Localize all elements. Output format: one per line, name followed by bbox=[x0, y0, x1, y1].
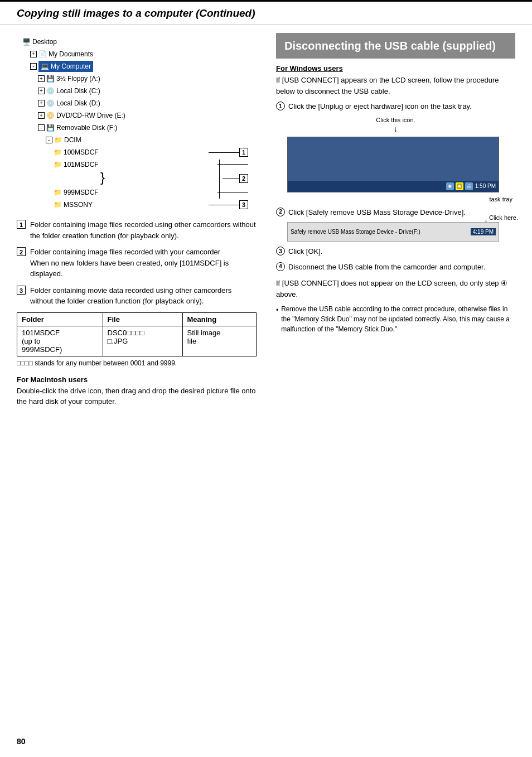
step-2: 2 Click [Safely remove USB Mass Storage … bbox=[276, 207, 515, 218]
bullet-note-text: Remove the USB cable according to the co… bbox=[281, 304, 515, 334]
diskd-icon: 💿 bbox=[46, 98, 55, 109]
page-container: Copying still images to a computer (Cont… bbox=[0, 0, 532, 757]
desc-item-3: 3 Folder containing movie data recorded … bbox=[17, 285, 257, 307]
tree-item-101msdcf: 📁 101MSDCF bbox=[22, 158, 251, 171]
screenshot1-container: Click this icon. ↓ ◉ ⏏ 🖨 1:50 PM bbox=[276, 117, 515, 202]
table-cell-meaning: Still imagefile bbox=[182, 326, 256, 356]
mac-section: For Macintosh users Double-click the dri… bbox=[17, 375, 257, 407]
mycomputer-icon: 💻 bbox=[41, 61, 49, 72]
bracket-h1 bbox=[217, 164, 248, 165]
expand-diskc[interactable]: + bbox=[38, 88, 45, 94]
removable-icon: 💾 bbox=[46, 122, 55, 133]
tree-item-101msdcf-row: 📁 101MSDCF bbox=[22, 158, 251, 171]
lcd-note: If [USB CONNECT] does not appear on the … bbox=[276, 278, 515, 300]
tree-item-diskc: + 💿 Local Disk (C:) bbox=[22, 85, 251, 97]
mydocs-icon: 📄 bbox=[38, 49, 47, 60]
arrow-down-1: ↓ bbox=[276, 124, 515, 133]
tray-icon-1: ◉ bbox=[446, 182, 454, 190]
brace-row: } 2 bbox=[22, 171, 251, 186]
step-1-text: Click the [Unplug or eject hardware] ico… bbox=[288, 101, 472, 112]
dvd-icon: 📀 bbox=[46, 110, 55, 121]
page-header: Copying still images to a computer (Cont… bbox=[0, 2, 532, 25]
step-circle-3: 3 bbox=[276, 247, 285, 255]
taskbar-icons: ◉ ⏏ 🖨 bbox=[446, 182, 473, 190]
folder999-icon: 📁 bbox=[54, 187, 62, 198]
table-note: □□□□ stands for any number between 0001 … bbox=[17, 359, 257, 367]
brace-symbol: } bbox=[100, 171, 105, 184]
tree-item-dcim: - 📁 DCIM bbox=[22, 134, 251, 146]
step-1: 1 Click the [Unplug or eject hardware] i… bbox=[276, 101, 515, 112]
tree-item-999msdcf-row: 📁 999MSDCF bbox=[22, 186, 251, 199]
table-header-meaning: Meaning bbox=[182, 312, 256, 326]
screenshot2-text: Safely remove USB Mass Storage Device - … bbox=[291, 229, 468, 235]
content-area: 🖥️ Desktop + 📄 My Documents - 💻 My Compu… bbox=[0, 25, 532, 407]
step-circle-2: 2 bbox=[276, 208, 285, 216]
table-cell-file: DSC0□□□□□.JPG bbox=[103, 326, 182, 356]
expand-floppy[interactable]: + bbox=[38, 75, 45, 82]
callout-line1 bbox=[209, 152, 239, 153]
tree-item-999msdcf: 📁 999MSDCF bbox=[22, 186, 251, 199]
badge3-callout: 3 bbox=[209, 200, 248, 209]
expand-mydocs[interactable]: + bbox=[30, 51, 37, 57]
expand-diskd[interactable]: + bbox=[38, 100, 45, 107]
tree-item-removable: - 💾 Removable Disk (F:) bbox=[22, 122, 251, 134]
windows-intro: If [USB CONNECT] appears on the LCD scre… bbox=[276, 75, 515, 97]
table-row: 101MSDCF(up to999MSDCF) DSC0□□□□□.JPG St… bbox=[17, 326, 257, 356]
badge2-bottom-callout bbox=[217, 192, 248, 193]
bracket2-top bbox=[217, 158, 248, 165]
tray-icon-3: 🖨 bbox=[465, 182, 473, 190]
bullet-note: • Remove the USB cable according to the … bbox=[276, 304, 515, 334]
step-circle-4: 4 bbox=[276, 262, 285, 271]
step-3-text: Click [OK]. bbox=[288, 246, 322, 257]
badge2-callout: 2 bbox=[223, 174, 248, 183]
expand-dcim[interactable]: - bbox=[46, 137, 52, 143]
expand-removable[interactable]: - bbox=[38, 124, 45, 131]
callout-line3 bbox=[209, 205, 239, 205]
page-title: Copying still images to a computer (Cont… bbox=[17, 7, 515, 20]
screenshot1-mock: ◉ ⏏ 🖨 1:50 PM bbox=[287, 137, 499, 192]
screenshot1-time: 1:50 PM bbox=[475, 183, 496, 189]
folder100-icon: 📁 bbox=[54, 147, 62, 158]
screenshot2-wrapper: Click here. ↓ Safely remove USB Mass Sto… bbox=[276, 222, 515, 242]
step-4: 4 Disconnect the USB cable from the camc… bbox=[276, 262, 515, 273]
task-tray-label: task tray bbox=[276, 196, 512, 202]
callout-line2b bbox=[217, 192, 248, 193]
table-header-folder: Folder bbox=[17, 312, 103, 326]
tree-item-diskd: + 💿 Local Disk (D:) bbox=[22, 97, 251, 109]
tree-item-floppy: + 💾 3½ Floppy (A:) bbox=[22, 73, 251, 85]
expand-mycomputer[interactable]: - bbox=[30, 63, 37, 70]
screenshot2-container: Click here. ↓ Safely remove USB Mass Sto… bbox=[276, 222, 515, 242]
diskc-icon: 💿 bbox=[46, 85, 55, 97]
step-circle-1: 1 bbox=[276, 102, 285, 110]
file-tree: 🖥️ Desktop + 📄 My Documents - 💻 My Compu… bbox=[17, 33, 257, 214]
callout-line2a bbox=[223, 179, 239, 179]
screenshot2-mock: Safely remove USB Mass Storage Device - … bbox=[287, 222, 499, 242]
tree-item-100msdcf-row: 📁 100MSDCF 1 bbox=[22, 146, 251, 158]
tree-item-mssony-row: 📁 MSSONY 3 bbox=[22, 199, 251, 211]
descriptions: 1 Folder containing image files recorded… bbox=[17, 219, 257, 307]
usb-section-header: Disconnecting the USB cable (supplied) bbox=[276, 33, 515, 59]
tree-item-desktop: 🖥️ Desktop bbox=[22, 36, 251, 48]
dcim-icon: 📁 bbox=[54, 134, 62, 146]
step-3: 3 Click [OK]. bbox=[276, 246, 515, 257]
mycomputer-highlight: 💻 My Computer bbox=[38, 61, 93, 72]
left-column: 🖥️ Desktop + 📄 My Documents - 💻 My Compu… bbox=[17, 25, 257, 407]
folder101-icon: 📁 bbox=[54, 159, 62, 170]
right-col-inner: Disconnecting the USB cable (supplied) F… bbox=[268, 33, 515, 334]
expand-dvd[interactable]: + bbox=[38, 112, 45, 119]
floppy-icon: 💾 bbox=[46, 73, 55, 84]
badge-1: 1 bbox=[239, 148, 248, 157]
mssony-icon: 📁 bbox=[54, 199, 62, 210]
badge-2: 2 bbox=[239, 174, 248, 183]
tree-item-mycomputer: - 💻 My Computer bbox=[22, 60, 251, 73]
desc-item-2: 2 Folder containing image files recorded… bbox=[17, 247, 257, 279]
usb-section-title: Disconnecting the USB cable (supplied) bbox=[284, 38, 507, 53]
table-header-file: File bbox=[103, 312, 182, 326]
mac-heading: For Macintosh users bbox=[17, 375, 257, 384]
mac-text: Double-click the drive icon, then drag a… bbox=[17, 385, 257, 407]
page-number: 80 bbox=[17, 737, 26, 746]
tree-item-dvd: + 📀 DVD/CD-RW Drive (E:) bbox=[22, 109, 251, 122]
desc-num-2: 2 bbox=[17, 247, 26, 256]
tray-icon-usb: ⏏ bbox=[456, 182, 463, 190]
desc-num-3: 3 bbox=[17, 286, 26, 295]
